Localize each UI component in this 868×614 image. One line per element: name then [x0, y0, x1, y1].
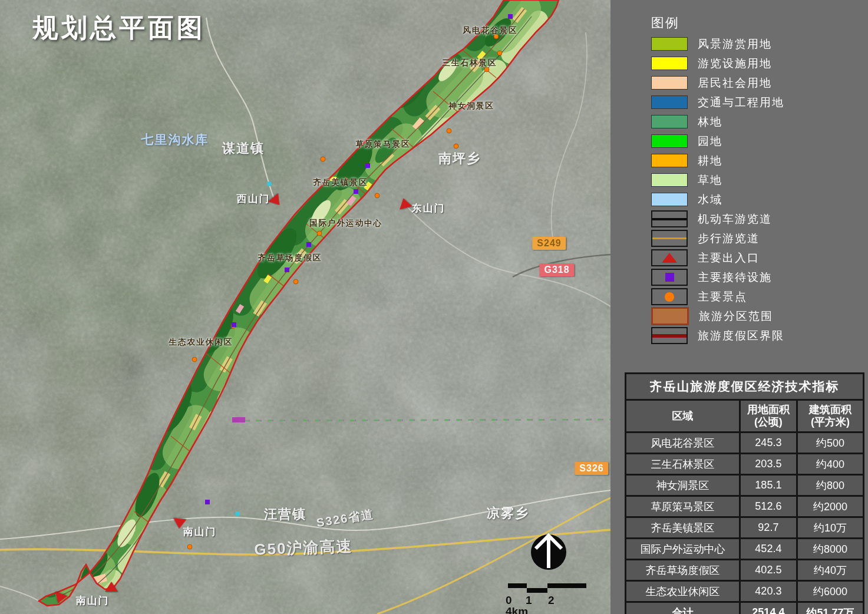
legend-item-label: 主要景点: [698, 289, 747, 305]
reception-square-icon: [665, 273, 674, 282]
walk-road-symbol: [652, 237, 687, 239]
legend-item: 旅游度假区界限: [651, 326, 784, 345]
table-cell: 约800: [797, 475, 863, 496]
legend-item-label: 游览设施用地: [698, 56, 772, 71]
legend-item: 居民社会用地: [651, 73, 784, 93]
zone-label: 齐岳美镇景区: [313, 177, 368, 188]
zone-label: 三生石林景区: [443, 58, 497, 68]
legend-symbol-walkline: [651, 230, 688, 247]
table-row: 齐岳美镇景区92.7约10万: [626, 517, 864, 539]
legend-symbol-triangle: [651, 249, 688, 266]
legend-swatch: [651, 57, 688, 70]
gate-label: 东山门: [412, 202, 445, 215]
table-cell: 2514.4: [740, 602, 797, 614]
table-row: 神女洞景区185.1约800: [626, 475, 864, 496]
legend-item: 主要景点: [651, 287, 784, 306]
legend-item-label: 旅游度假区界限: [698, 328, 784, 344]
scale-unit: 4km: [506, 605, 528, 614]
zone-label: 国际户外运动中心: [309, 218, 382, 229]
legend-swatch: [651, 154, 688, 167]
table-cell: 齐岳草场度假区: [626, 560, 740, 581]
zone-label: 神女洞景区: [448, 101, 494, 111]
legend-swatch: [651, 76, 688, 90]
table-cell: 约2000: [797, 496, 863, 517]
table-cell: 约400: [797, 454, 863, 475]
table-row: 草原策马景区512.6约2000: [626, 496, 864, 517]
gate-label: 南山门: [183, 525, 217, 539]
table-cell: 约8000: [797, 539, 863, 560]
table-cell: 三生石林景区: [626, 454, 740, 475]
side-panel: 图例 风景游赏用地游览设施用地居民社会用地交通与工程用地林地园地耕地草地水域机动…: [610, 0, 868, 614]
gate-label: 西山门: [237, 192, 270, 206]
legend-item-label: 林地: [698, 114, 722, 130]
table-cell: 452.4: [740, 539, 797, 560]
road-name-label: G50沪渝高速: [254, 536, 353, 560]
legend-item: 耕地: [651, 151, 784, 170]
legend-item: 主要接待设施: [651, 268, 784, 287]
table-row: 齐岳草场度假区402.5约40万: [626, 560, 864, 581]
town-label: 南坪乡: [438, 150, 481, 167]
table-cell: 约6000: [797, 581, 863, 602]
legend-swatch: [651, 37, 688, 51]
legend-swatch: [651, 95, 688, 109]
table-cell: 风电花谷景区: [626, 433, 740, 454]
town-label: 汪营镇: [264, 506, 306, 523]
road-badge: S249: [532, 237, 566, 250]
map-canvas: 规划总平面图 风电花谷景区三生石林景区神女洞景区草原策马景区齐岳美镇景区国际户外…: [0, 0, 610, 614]
column-header: 区域: [626, 400, 740, 433]
legend-item: 草地: [651, 170, 784, 190]
legend-item-label: 主要接待设施: [698, 270, 772, 285]
legend-item: 水域: [651, 190, 784, 209]
table-cell: 203.5: [740, 454, 797, 475]
table-header-row: 区域用地面积(公顷)建筑面积(平方米): [626, 400, 864, 433]
legend-swatch: [651, 173, 688, 187]
legend-item: 交通与工程用地: [651, 93, 784, 112]
road-badge: S326: [575, 462, 608, 475]
legend-item: 步行游览道: [651, 229, 784, 248]
legend-swatch: [651, 134, 688, 148]
scenic-spot-circle-icon: [665, 292, 674, 302]
table-cell: 齐岳美镇景区: [626, 517, 740, 539]
legend-symbol-circle: [651, 288, 688, 305]
column-header: 建筑面积(平方米): [797, 400, 863, 433]
town-label: 凉雾乡: [487, 504, 529, 522]
scale-tick-2: 2: [548, 594, 555, 607]
legend-item-label: 水域: [698, 192, 722, 207]
legend-item-label: 耕地: [698, 153, 722, 169]
motor-road-symbol: [652, 218, 687, 220]
table-cell: 245.3: [740, 433, 797, 454]
road-badge: G318: [539, 263, 574, 276]
table-cell: 国际户外运动中心: [626, 539, 740, 560]
table-row: 国际户外运动中心452.4约8000: [626, 539, 864, 560]
legend-item-label: 园地: [698, 134, 722, 149]
legend-item: 主要出入口: [651, 248, 784, 268]
table-cell: 512.6: [740, 496, 797, 517]
legend-item-label: 居民社会用地: [698, 75, 772, 91]
gate-label: 南山门: [76, 594, 110, 608]
table-cell: 420.3: [740, 581, 797, 602]
table-cell: 合计: [626, 602, 740, 614]
zone-label: 草原策马景区: [356, 139, 411, 150]
planning-map-page: 规划总平面图 风电花谷景区三生石林景区神女洞景区草原策马景区齐岳美镇景区国际户外…: [0, 0, 868, 614]
table-cell: 神女洞景区: [626, 475, 740, 496]
legend-item: 园地: [651, 131, 784, 151]
legend-item: 旅游分区范围: [651, 306, 784, 326]
table-row: 三生石林景区203.5约400: [626, 454, 864, 475]
legend-item-label: 交通与工程用地: [698, 95, 784, 110]
table-cell: 生态农业休闲区: [626, 581, 740, 602]
legend-item: 游览设施用地: [651, 54, 784, 73]
legend-item-label: 主要出入口: [698, 250, 760, 266]
table-title: 齐岳山旅游度假区经济技术指标: [626, 374, 864, 400]
indicators-table: 齐岳山旅游度假区经济技术指标区域用地面积(公顷)建筑面积(平方米)风电花谷景区2…: [625, 372, 864, 614]
entrance-triangle-icon: [662, 253, 677, 263]
table-row: 生态农业休闲区420.3约6000: [626, 581, 864, 602]
entrance-triangle-icon: [173, 518, 186, 529]
legend-symbol-zone: [651, 307, 689, 325]
page-title: 规划总平面图: [32, 11, 206, 45]
legend-item-label: 草地: [698, 173, 722, 188]
legend-item: 林地: [651, 112, 784, 131]
table-row: 风电花谷景区245.3约500: [626, 433, 864, 454]
town-label: 谋道镇: [222, 140, 265, 157]
table-cell: 约500: [797, 433, 863, 454]
legend-item: 风景游赏用地: [651, 34, 784, 54]
